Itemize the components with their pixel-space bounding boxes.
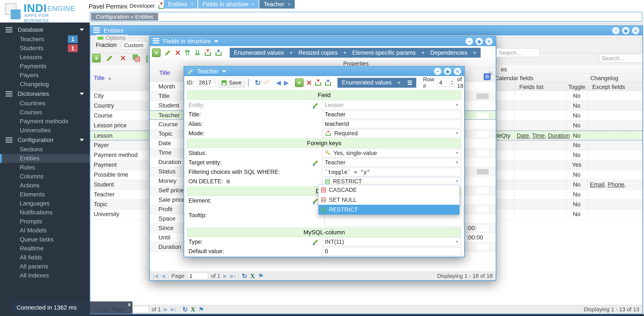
sidebar-item[interactable]: Notifications [0, 208, 90, 217]
add-tab-icon[interactable]: + [421, 49, 424, 56]
sidebar-item[interactable]: Courses [0, 108, 90, 117]
column-header-except-fields[interactable]: Except fields [592, 84, 625, 90]
excel-export-button[interactable]: X [191, 306, 196, 313]
sidebar-item[interactable]: All indexes [0, 271, 90, 280]
sidebar-item[interactable]: Configuration [0, 135, 90, 145]
group-header-calendar-fields[interactable]: Calendar fields [495, 75, 534, 82]
copy-button[interactable] [132, 54, 140, 62]
field-link[interactable]: Date [517, 133, 529, 139]
sidebar-item[interactable]: Sections [0, 145, 90, 154]
caret-down-icon[interactable] [214, 40, 218, 43]
prev-record-button[interactable]: ◀ [276, 79, 281, 86]
on-delete-select[interactable]: RESTRICT ▼ [322, 177, 461, 186]
flag-button[interactable]: ⚑ [258, 272, 264, 280]
sidebar-item[interactable]: Lessons [0, 53, 90, 62]
sidebar-item[interactable]: All params [0, 262, 90, 271]
sidebar-item[interactable]: Universities [0, 126, 90, 135]
close-icon[interactable]: × [190, 1, 194, 7]
undo-button[interactable]: ↶ [264, 78, 270, 87]
title-input[interactable] [322, 110, 461, 119]
close-icon[interactable]: × [288, 1, 290, 7]
sidebar-item[interactable]: Elements [0, 190, 90, 199]
id-input[interactable] [197, 79, 215, 87]
close-button[interactable]: × [632, 27, 639, 34]
fields-window-titlebar[interactable]: Fields in structure − ◆ × [150, 37, 496, 46]
close-icon[interactable]: × [252, 1, 254, 7]
alias-input[interactable] [322, 120, 461, 128]
save-button[interactable]: Save [218, 78, 245, 87]
delete-button[interactable]: × [306, 78, 312, 87]
close-button[interactable]: × [454, 68, 461, 75]
tab-item[interactable]: Resized copies [298, 49, 338, 56]
add-button[interactable]: + [152, 48, 160, 57]
sidebar-item[interactable]: Teachers 1 [0, 35, 90, 44]
sidebar-item[interactable]: Roles [0, 163, 90, 172]
sidebar-item[interactable]: AI Models [0, 226, 90, 235]
sidebar-item[interactable]: Prompts [0, 217, 90, 226]
excel-export-button[interactable]: X [250, 272, 255, 280]
tab-item[interactable]: Enumerated values [342, 79, 392, 86]
add-button[interactable]: + [295, 78, 304, 87]
add-tab-icon[interactable]: + [343, 49, 347, 56]
field-link[interactable]: Time [532, 133, 545, 139]
page-input[interactable] [188, 273, 208, 279]
close-icon[interactable]: x [128, 302, 131, 308]
top-tab[interactable]: Fields in structure × [198, 0, 259, 8]
import-button[interactable] [204, 48, 211, 57]
restore-button[interactable]: ◆ [444, 68, 451, 75]
checkbox-button[interactable] [248, 79, 249, 87]
dropdown-option[interactable]: CASCADE [318, 185, 460, 195]
upload-button[interactable] [324, 78, 332, 87]
status-select[interactable]: Yes, single-value ▼ [322, 149, 461, 157]
delete-button[interactable]: × [119, 54, 127, 62]
top-tab[interactable]: Teacher × [259, 0, 295, 8]
column-header-title[interactable]: Title ▲ [90, 65, 150, 91]
search-input[interactable] [496, 48, 540, 57]
sidebar-item[interactable]: Actions [0, 181, 90, 190]
column-header-toggle[interactable]: Toggle [566, 84, 587, 90]
dropdown-option[interactable]: RESTRICT [318, 205, 460, 215]
sidebar-item[interactable]: Changelog [0, 80, 90, 89]
dropdown-option[interactable]: SET NULL [318, 195, 460, 205]
last-page-button[interactable]: ▶| [230, 273, 236, 279]
row-number-input[interactable] [438, 79, 450, 86]
upload-button[interactable] [215, 48, 222, 57]
pencil-arrow-icon[interactable] [312, 159, 322, 166]
translate-icon[interactable]: a G [484, 71, 493, 80]
last-page-button[interactable]: ▶| [171, 306, 176, 312]
next-record-button[interactable]: ▶ [284, 79, 289, 86]
edit-button[interactable] [106, 54, 114, 62]
column-header-title[interactable]: Title [159, 70, 170, 76]
add-button[interactable]: + [92, 54, 101, 62]
field-link[interactable]: Email [590, 181, 604, 188]
pencil-arrow-icon[interactable] [312, 102, 322, 108]
default-value-input[interactable] [322, 247, 461, 256]
maximize-button[interactable]: ◆ [622, 27, 630, 34]
spin-down-icon[interactable]: ▼ [450, 83, 454, 86]
sidebar-item[interactable]: Realtime [0, 244, 90, 253]
sidebar-item[interactable]: Dictionaries [0, 89, 90, 99]
sidebar-item[interactable]: All fields [0, 253, 90, 262]
prev-page-button[interactable]: ◀ [161, 273, 165, 279]
delete-button[interactable]: × [175, 48, 180, 57]
import-button[interactable] [315, 78, 322, 87]
minimize-button[interactable]: − [466, 38, 473, 45]
add-tab-icon[interactable]: + [473, 49, 476, 56]
teacher-window-titlebar[interactable]: Teacher − ◆ × [184, 67, 464, 76]
tab-item[interactable]: Dependencies [430, 49, 467, 56]
sidebar-item[interactable]: Entities [0, 154, 90, 163]
search-input[interactable] [600, 54, 642, 62]
sidebar-item[interactable]: Columns [0, 172, 90, 181]
menu-icon[interactable] [408, 81, 412, 85]
sidebar-item[interactable]: Languages [0, 199, 90, 208]
group-header-changelog[interactable]: Changelog [566, 75, 642, 82]
mode-select[interactable]: Required ▼ [322, 129, 461, 138]
sidebar-item[interactable]: Payments [0, 62, 90, 71]
caret-down-icon[interactable] [222, 70, 226, 73]
sidebar-item[interactable]: Payers [0, 71, 90, 80]
minimize-button[interactable]: − [434, 68, 441, 75]
breadcrumb[interactable]: Configuration » Entities [91, 13, 158, 20]
tab-item[interactable]: Enumerated values [234, 49, 284, 56]
pencil-arrow-icon[interactable] [312, 239, 322, 245]
add-tab-icon[interactable]: + [289, 49, 293, 56]
